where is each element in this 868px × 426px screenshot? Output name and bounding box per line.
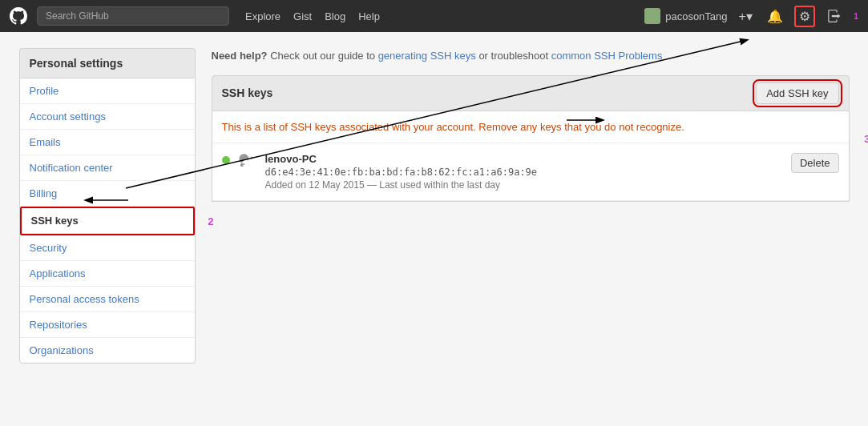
key-status-dot: [222, 156, 230, 164]
nav-badge-1: 1: [854, 11, 858, 21]
sidebar-item-emails[interactable]: Emails: [20, 130, 195, 155]
common-ssh-problems-link[interactable]: common SSH Problems: [551, 50, 663, 62]
ssh-key-item: lenovo-PC d6:e4:3e:41:0e:fb:ba:bd:fa:b8:…: [212, 143, 849, 201]
sidebar-title: Personal settings: [19, 48, 196, 78]
add-ssh-key-button[interactable]: Add SSH key: [756, 82, 838, 104]
key-icon: [238, 153, 257, 176]
sidebar-item-notification-center[interactable]: Notification center: [20, 155, 195, 181]
section-title: SSH keys: [222, 86, 273, 99]
ssh-keys-section: SSH keys Add SSH key 3 This is a list of…: [212, 75, 850, 202]
nav-right: pacosonTang +▾ 🔔 ⚙ 1: [644, 6, 858, 27]
avatar: [644, 8, 660, 24]
sidebar-item-security[interactable]: Security: [20, 235, 195, 261]
generating-ssh-keys-link[interactable]: generating SSH keys: [378, 50, 476, 62]
section-body: This is a list of SSH keys associated wi…: [212, 111, 850, 202]
top-navbar: Explore Gist Blog Help pacosonTang +▾ 🔔 …: [0, 0, 868, 32]
key-meta: Added on 12 May 2015 — Last used within …: [265, 179, 783, 191]
page-layout: Personal settings Profile Account settin…: [10, 32, 859, 380]
nav-explore[interactable]: Explore: [245, 10, 281, 22]
badge-3: 3: [864, 132, 868, 144]
plus-icon[interactable]: +▾: [736, 7, 756, 26]
username-display: pacosonTang: [644, 8, 727, 24]
sidebar-item-applications[interactable]: Applications: [20, 261, 195, 287]
key-fingerprint: d6:e4:3e:41:0e:fb:ba:bd:fa:b8:62:fc:a1:a…: [265, 167, 783, 178]
sidebar-item-organizations[interactable]: Organizations: [20, 338, 195, 363]
sidebar-menu: Profile Account settings Emails Notifica…: [19, 78, 196, 364]
bell-icon[interactable]: 🔔: [764, 7, 786, 26]
need-help-label: Need help?: [212, 50, 268, 62]
gear-icon[interactable]: ⚙: [794, 6, 815, 27]
section-header: SSH keys Add SSH key 3: [212, 75, 850, 111]
delete-key-button[interactable]: Delete: [791, 153, 839, 173]
sidebar-item-billing[interactable]: Billing: [20, 181, 195, 207]
sidebar-item-personal-access-tokens[interactable]: Personal access tokens: [20, 287, 195, 312]
section-note: This is a list of SSH keys associated wi…: [212, 111, 849, 143]
nav-blog[interactable]: Blog: [325, 10, 345, 22]
nav-help[interactable]: Help: [358, 10, 380, 22]
key-name: lenovo-PC: [265, 153, 783, 165]
sidebar-item-profile[interactable]: Profile: [20, 78, 195, 104]
help-text: Need help? Check out our guide to genera…: [212, 48, 850, 64]
sidebar-item-ssh-keys[interactable]: SSH keys 2: [20, 207, 195, 235]
nav-gist[interactable]: Gist: [293, 10, 312, 22]
badge-2: 2: [208, 215, 213, 227]
key-info: lenovo-PC d6:e4:3e:41:0e:fb:ba:bd:fa:b8:…: [265, 153, 783, 191]
main-content: Need help? Check out our guide to genera…: [212, 48, 850, 364]
sidebar-item-repositories[interactable]: Repositories: [20, 312, 195, 338]
sidebar: Personal settings Profile Account settin…: [19, 48, 196, 364]
sidebar-item-account-settings[interactable]: Account settings: [20, 104, 195, 130]
search-input[interactable]: [37, 6, 229, 26]
search-box[interactable]: [37, 6, 229, 26]
github-logo[interactable]: [10, 7, 27, 25]
signin-icon[interactable]: [823, 7, 844, 25]
nav-links: Explore Gist Blog Help: [245, 10, 635, 22]
